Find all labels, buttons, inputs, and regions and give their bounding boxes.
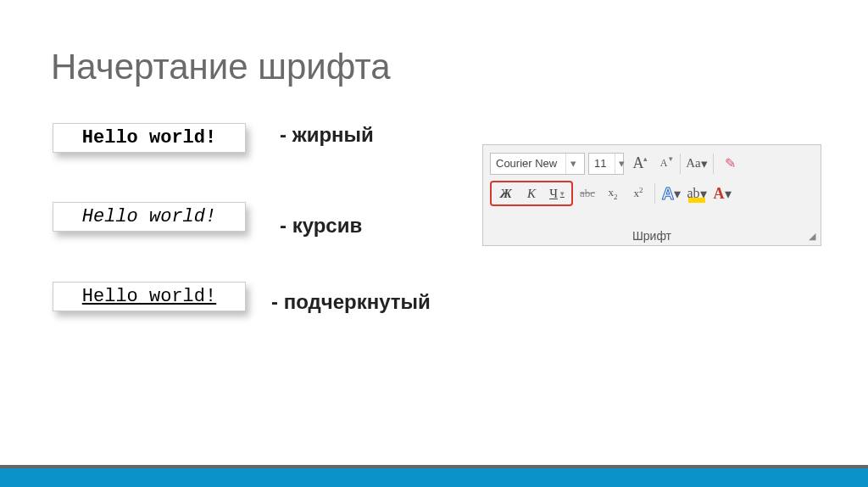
separator [654, 183, 655, 204]
superscript-button[interactable]: x2 [627, 182, 649, 204]
grow-font-button[interactable]: A ▴ [627, 153, 649, 175]
chevron-down-icon: ▾ [615, 154, 625, 174]
underline-icon: Ч [549, 187, 558, 201]
example-underline-box: Hello world! [53, 282, 246, 311]
ribbon-group-caption: Шрифт [483, 229, 821, 243]
highlight-button[interactable]: ab ▾ [686, 182, 708, 204]
example-italic-text: Hello world! [82, 206, 216, 227]
italic-icon: К [527, 187, 536, 201]
chevron-down-icon: ▾ [674, 186, 681, 202]
text-effects-icon: A [662, 184, 674, 204]
chevron-down-icon: ▾ [565, 154, 577, 174]
slide-title: Начертание шрифта [51, 47, 391, 87]
down-arrow-icon: ▾ [669, 154, 673, 163]
superscript-icon: x2 [634, 186, 643, 200]
font-color-button[interactable]: A ▾ [711, 182, 733, 204]
font-color-icon: A [714, 185, 725, 203]
font-family-value: Courier New [496, 157, 557, 170]
change-case-icon: Aa [686, 156, 701, 171]
separator [713, 154, 714, 174]
grow-font-icon: A [633, 154, 644, 172]
example-bold-text: Hello world! [82, 127, 216, 148]
shrink-font-button[interactable]: A ▾ [653, 153, 675, 175]
dialog-launcher-icon[interactable]: ◢ [809, 231, 815, 242]
subscript-icon: x2 [609, 186, 618, 201]
shrink-font-icon: A [660, 157, 668, 170]
bold-italic-underline-highlight: Ж К Ч ▾ [490, 181, 573, 206]
italic-button[interactable]: К [519, 182, 544, 204]
chevron-down-icon: ▾ [560, 189, 565, 198]
chevron-down-icon: ▾ [701, 156, 708, 171]
ribbon-row-top: Courier New ▾ 11 ▾ A ▴ A ▾ Aa ▾ ✎ [483, 145, 821, 177]
highlight-icon: ab [687, 186, 699, 201]
up-arrow-icon: ▴ [643, 154, 648, 163]
label-bold: - жирный [280, 123, 374, 147]
chevron-down-icon: ▾ [725, 186, 732, 202]
bold-button[interactable]: Ж [493, 182, 519, 204]
font-size-select[interactable]: 11 ▾ [588, 153, 624, 175]
label-italic: - курсив [280, 214, 362, 238]
strikethrough-icon: abc [580, 187, 595, 200]
strikethrough-button[interactable]: abc [576, 182, 598, 204]
slide-footer-bar [0, 468, 868, 487]
font-ribbon-group: Courier New ▾ 11 ▾ A ▴ A ▾ Aa ▾ ✎ Ж [482, 144, 821, 246]
subscript-button[interactable]: x2 [602, 182, 624, 204]
font-size-value: 11 [594, 157, 606, 170]
underline-button[interactable]: Ч ▾ [544, 182, 570, 204]
chevron-down-icon: ▾ [700, 186, 707, 202]
eraser-icon: ✎ [725, 155, 736, 171]
example-italic-box: Hello world! [53, 202, 246, 232]
change-case-button[interactable]: Aa ▾ [686, 153, 708, 175]
label-underline: - подчеркнутый [271, 290, 431, 314]
text-effects-button[interactable]: A ▾ [660, 182, 682, 204]
example-underline-text: Hello world! [82, 286, 216, 307]
font-family-select[interactable]: Courier New ▾ [490, 153, 585, 175]
example-bold-box: Hello world! [53, 123, 246, 153]
clear-formatting-button[interactable]: ✎ [719, 153, 741, 175]
bold-icon: Ж [500, 187, 512, 201]
ribbon-row-bottom: Ж К Ч ▾ abc x2 x2 A ▾ ab ▾ A [483, 177, 821, 210]
separator [680, 154, 681, 174]
